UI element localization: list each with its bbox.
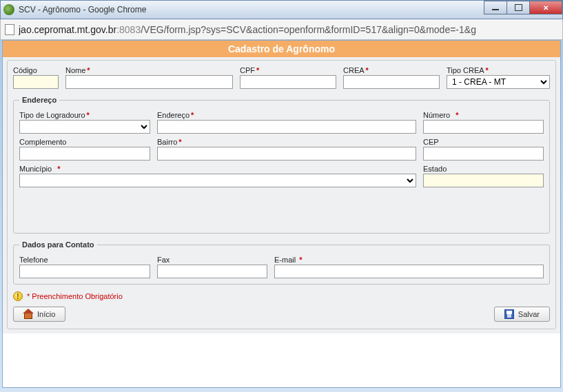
cpf-input[interactable]	[240, 75, 336, 89]
page-title: Cadastro de Agrônomo	[3, 41, 560, 57]
telefone-input[interactable]	[19, 265, 150, 278]
inicio-button[interactable]: Início	[13, 307, 65, 322]
contato-legend: Dados para Contato	[19, 240, 97, 249]
numero-label: Número *	[423, 111, 544, 119]
nome-input[interactable]	[65, 75, 233, 89]
tipo-logradouro-select[interactable]	[19, 120, 150, 134]
endereco-label: Endereço*	[157, 111, 416, 119]
codigo-label: Código	[13, 66, 59, 74]
required-note: ! * Preenchimento Obrigatório	[13, 291, 550, 301]
fieldset-contato: Dados para Contato Telefone Fax E-mail *	[13, 240, 550, 285]
tipo-logradouro-label: Tipo de Logradouro*	[19, 111, 150, 119]
window-controls	[484, 1, 562, 14]
home-icon	[23, 310, 33, 318]
fieldset-endereco: Endereço Tipo de Logradouro* Endereço* N…	[13, 96, 550, 234]
bairro-input[interactable]	[157, 147, 416, 161]
tipocrea-label: Tipo CREA*	[447, 66, 550, 74]
complemento-label: Complemento	[19, 138, 150, 146]
bairro-label: Bairro*	[157, 138, 416, 146]
fax-input[interactable]	[157, 265, 267, 278]
tipocrea-select[interactable]: 1 - CREA - MT	[447, 75, 550, 89]
minimize-button[interactable]	[484, 1, 507, 14]
crea-input[interactable]	[343, 75, 440, 89]
crea-label: CREA*	[343, 66, 440, 74]
cpf-label: CPF*	[240, 66, 336, 74]
fax-label: Fax	[157, 256, 267, 264]
complemento-input[interactable]	[19, 147, 150, 161]
estado-input[interactable]	[423, 174, 544, 187]
url-host: jao.cepromat.mt.gov.br	[19, 24, 116, 35]
cep-input[interactable]	[423, 147, 544, 161]
estado-label: Estado	[423, 165, 544, 173]
telefone-label: Telefone	[19, 256, 150, 264]
button-row: Início Salvar	[13, 307, 550, 322]
close-button[interactable]	[529, 1, 562, 14]
app-icon	[3, 4, 14, 15]
url-text: jao.cepromat.mt.gov.br:8083/VEG/form.jsp…	[19, 24, 476, 35]
salvar-button-label: Salvar	[518, 310, 540, 318]
save-icon	[504, 309, 514, 319]
salvar-button[interactable]: Salvar	[494, 307, 550, 322]
municipio-select[interactable]	[19, 174, 416, 187]
page-icon	[5, 24, 14, 35]
form-body: Código Nome* CPF* CREA* Tipo CREA*	[7, 60, 556, 329]
window-titlebar: SCV - Agrônomo - Google Chrome	[0, 0, 563, 19]
inicio-button-label: Início	[37, 310, 55, 318]
email-input[interactable]	[274, 265, 544, 278]
endereco-legend: Endereço	[19, 96, 59, 104]
required-note-text: * Preenchimento Obrigatório	[27, 292, 123, 300]
cep-label: CEP	[423, 138, 544, 146]
url-port: :8083	[116, 24, 141, 35]
address-bar[interactable]: jao.cepromat.mt.gov.br:8083/VEG/form.jsp…	[0, 19, 563, 40]
codigo-input[interactable]	[13, 75, 59, 89]
email-label: E-mail *	[274, 256, 544, 264]
page-container: Cadastro de Agrônomo Código Nome* CPF* C	[2, 40, 561, 388]
endereco-input[interactable]	[157, 120, 416, 134]
nome-label: Nome*	[65, 66, 233, 74]
numero-input[interactable]	[423, 120, 544, 134]
warning-icon: !	[13, 291, 23, 301]
municipio-label: Município *	[19, 165, 416, 173]
row-identificacao: Código Nome* CPF* CREA* Tipo CREA*	[13, 66, 550, 89]
url-path: /VEG/form.jsp?sys=SCV&action=openform&fo…	[141, 24, 476, 35]
window-title: SCV - Agrônomo - Google Chrome	[19, 5, 146, 14]
maximize-button[interactable]	[506, 1, 530, 14]
